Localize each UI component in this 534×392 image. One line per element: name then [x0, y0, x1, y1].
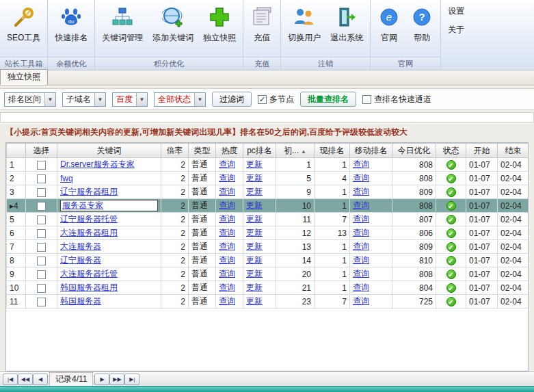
- row-checkbox[interactable]: [37, 270, 46, 279]
- pc-update-link[interactable]: 更新: [246, 173, 263, 183]
- row-checkbox[interactable]: [37, 298, 46, 306]
- select-cell[interactable]: [26, 267, 57, 281]
- row-checkbox[interactable]: [37, 188, 46, 197]
- pc-update-link[interactable]: 更新: [246, 269, 263, 278]
- mobile-query-link[interactable]: 查询: [353, 241, 369, 251]
- chevron-down-icon[interactable]: ▼: [94, 93, 105, 106]
- column-header-12[interactable]: 开始: [466, 144, 498, 158]
- website-button[interactable]: e 官网: [373, 1, 405, 57]
- record-nav-button[interactable]: ◀: [33, 374, 48, 385]
- pc-update-link[interactable]: 更新: [246, 187, 263, 196]
- mobile-query-link[interactable]: 查询: [353, 173, 369, 183]
- horizontal-scrollbar[interactable]: [0, 386, 534, 392]
- column-header-7[interactable]: 初...▲: [276, 144, 315, 158]
- heat-query-link[interactable]: 查询: [219, 241, 235, 251]
- mobile-query-link[interactable]: 查询: [353, 159, 369, 169]
- record-nav-button[interactable]: ▶|: [124, 374, 139, 385]
- help-button[interactable]: ? 帮助: [405, 1, 438, 57]
- mobile-query-link[interactable]: 查询: [353, 255, 369, 265]
- select-cell[interactable]: [26, 254, 57, 267]
- record-nav-button[interactable]: ▶▶: [109, 374, 124, 385]
- fast-rank-button[interactable]: du 快速排名: [50, 1, 92, 57]
- column-header-11[interactable]: 状态: [436, 144, 466, 158]
- chevron-down-icon[interactable]: ▼: [136, 93, 147, 106]
- pc-update-link[interactable]: 更新: [246, 200, 263, 210]
- pc-update-link[interactable]: 更新: [246, 159, 263, 169]
- record-nav-button[interactable]: ▶: [94, 374, 109, 385]
- keyword-link[interactable]: 大连服务器租用: [60, 228, 118, 237]
- select-cell[interactable]: [26, 295, 57, 309]
- keyword-link[interactable]: 韩国服务器租用: [60, 283, 118, 292]
- column-header-10[interactable]: 今日优化: [392, 144, 436, 158]
- status-select[interactable]: 全部状态 ▼: [154, 92, 206, 107]
- select-cell[interactable]: [26, 172, 57, 185]
- keyword-link[interactable]: 服务器专家: [62, 200, 103, 210]
- heat-query-link[interactable]: 查询: [219, 255, 235, 265]
- column-header-1[interactable]: 选择: [26, 144, 57, 158]
- record-nav-button[interactable]: ◀◀: [18, 374, 33, 385]
- column-header-2[interactable]: 关键词: [57, 144, 161, 158]
- mobile-query-link[interactable]: 查询: [353, 283, 369, 292]
- select-cell[interactable]: [26, 158, 57, 172]
- keyword-link[interactable]: 辽宁服务器租用: [60, 187, 118, 196]
- row-checkbox[interactable]: [37, 243, 46, 252]
- heat-query-link[interactable]: 查询: [219, 159, 235, 169]
- settings-button[interactable]: 设置: [448, 5, 464, 17]
- row-checkbox[interactable]: [37, 229, 46, 238]
- filter-words-button[interactable]: 过滤词: [212, 92, 252, 107]
- select-cell[interactable]: [26, 240, 57, 254]
- keyword-link[interactable]: 韩国服务器: [60, 296, 101, 306]
- heat-query-link[interactable]: 查询: [219, 228, 235, 237]
- heat-query-link[interactable]: 查询: [219, 296, 235, 306]
- heat-query-link[interactable]: 查询: [219, 214, 235, 224]
- recharge-button[interactable]: 充值: [245, 1, 278, 57]
- row-checkbox[interactable]: [37, 174, 46, 183]
- keyword-link[interactable]: Dr.server服务器专家: [60, 159, 135, 169]
- mobile-query-link[interactable]: 查询: [353, 214, 369, 224]
- mobile-query-link[interactable]: 查询: [353, 200, 369, 210]
- mobile-query-link[interactable]: 查询: [353, 187, 369, 196]
- chevron-down-icon[interactable]: ▼: [194, 93, 205, 106]
- pc-update-link[interactable]: 更新: [246, 255, 263, 265]
- mobile-query-link[interactable]: 查询: [353, 269, 369, 278]
- pc-update-link[interactable]: 更新: [246, 283, 263, 292]
- column-header-4[interactable]: 类型: [189, 144, 216, 158]
- select-cell[interactable]: [26, 226, 57, 240]
- table-row[interactable]: 2fwq2普通查询更新54查询808✔01-0702-04: [7, 172, 529, 185]
- pc-update-link[interactable]: 更新: [246, 296, 263, 306]
- heat-query-link[interactable]: 查询: [219, 283, 235, 292]
- mobile-query-link[interactable]: 查询: [353, 228, 369, 237]
- pc-update-link[interactable]: 更新: [246, 228, 263, 237]
- seo-tools-button[interactable]: SEO工具: [2, 1, 45, 57]
- row-checkbox[interactable]: [37, 257, 46, 265]
- table-row[interactable]: 3辽宁服务器租用2普通查询更新91查询809✔01-0702-04: [7, 185, 529, 199]
- table-row[interactable]: 7大连服务器2普通查询更新131查询809✔01-0702-04: [7, 240, 529, 254]
- mobile-query-link[interactable]: 查询: [353, 296, 369, 306]
- ranking-range-select[interactable]: 排名区间 ▼: [4, 92, 56, 107]
- column-header-13[interactable]: 结束: [498, 144, 529, 158]
- exit-system-button[interactable]: 退出系统: [325, 1, 368, 57]
- table-row[interactable]: 9大连服务器托管2普通查询更新201查询808✔01-0702-04: [7, 267, 529, 281]
- column-header-8[interactable]: 现排名: [315, 144, 350, 158]
- row-checkbox[interactable]: [37, 202, 46, 211]
- batch-rank-button[interactable]: 批量查排名: [300, 92, 356, 107]
- select-cell[interactable]: [26, 281, 57, 295]
- checkbox-checked-icon[interactable]: ✓: [258, 95, 267, 104]
- row-checkbox[interactable]: [37, 215, 46, 224]
- subdomain-select[interactable]: 子域名 ▼: [62, 92, 106, 107]
- column-header-0[interactable]: [7, 144, 26, 158]
- keyword-link[interactable]: 辽宁服务器: [60, 255, 101, 265]
- add-keyword-button[interactable]: 添加关键词: [148, 1, 198, 57]
- heat-query-link[interactable]: 查询: [219, 173, 235, 183]
- table-row[interactable]: 1Dr.server服务器专家2普通查询更新11查询808✔01-0702-04: [7, 158, 529, 172]
- table-row[interactable]: 6大连服务器租用2普通查询更新1213查询806✔01-0702-04: [7, 226, 529, 240]
- keyword-link[interactable]: fwq: [60, 174, 73, 183]
- row-checkbox[interactable]: [37, 284, 46, 293]
- table-row[interactable]: 8辽宁服务器2普通查询更新141查询810✔01-0702-04: [7, 254, 529, 267]
- record-nav-button[interactable]: |◀: [3, 374, 18, 385]
- snapshot-button[interactable]: 独立快照: [198, 1, 241, 57]
- heat-query-link[interactable]: 查询: [219, 187, 235, 196]
- column-header-5[interactable]: 热度: [216, 144, 243, 158]
- about-button[interactable]: 关于: [448, 24, 464, 36]
- tab-snapshot[interactable]: 独立快照: [0, 69, 48, 85]
